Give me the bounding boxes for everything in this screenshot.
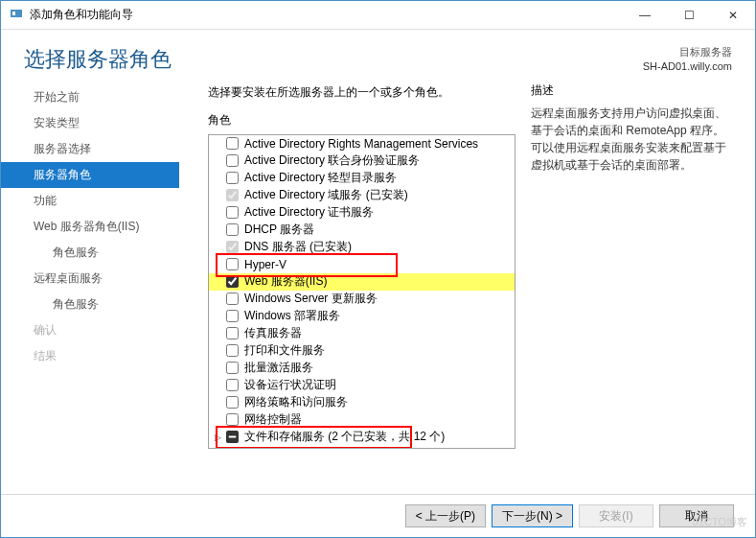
sidebar-item[interactable]: 远程桌面服务 [1, 266, 179, 292]
role-label: 批量激活服务 [244, 360, 313, 376]
svg-rect-1 [12, 12, 15, 15]
role-label: Web 服务器(IIS) [244, 273, 327, 290]
role-item[interactable]: ▷文件和存储服务 (2 个已安装，共 12 个) [209, 429, 515, 446]
role-label: 文件和存储服务 (2 个已安装，共 12 个) [244, 429, 445, 445]
role-label: 打印和文件服务 [244, 342, 325, 359]
role-checkbox[interactable] [226, 292, 239, 305]
previous-button[interactable]: < 上一步(P) [405, 504, 486, 527]
role-checkbox[interactable] [226, 362, 239, 374]
role-checkbox[interactable] [226, 431, 239, 443]
description-text: 远程桌面服务支持用户访问虚拟桌面、基于会话的桌面和 RemoteApp 程序。可… [531, 105, 732, 174]
role-checkbox[interactable] [226, 396, 239, 409]
role-label: 设备运行状况证明 [244, 377, 336, 393]
role-item[interactable]: Active Directory 联合身份验证服务 [209, 152, 515, 170]
roles-column: 选择要安装在所选服务器上的一个或多个角色。 角色 Active Director… [179, 82, 515, 494]
role-item[interactable]: 批量激活服务 [209, 360, 515, 377]
role-item[interactable]: DNS 服务器 (已安装) [209, 239, 515, 256]
role-item[interactable]: 远程访问 [209, 446, 515, 448]
role-label: 传真服务器 [244, 325, 302, 341]
close-button[interactable]: ✕ [711, 1, 755, 30]
role-item[interactable]: Windows 部署服务 [209, 308, 515, 325]
role-item[interactable]: Active Directory Rights Management Servi… [209, 135, 515, 152]
role-item[interactable]: Hyper-V [209, 256, 515, 273]
role-item[interactable]: 设备运行状况证明 [209, 377, 515, 394]
role-label: DNS 服务器 (已安装) [244, 239, 352, 255]
description-title: 描述 [531, 82, 732, 99]
roles-section-title: 角色 [208, 112, 515, 129]
role-item[interactable]: Windows Server 更新服务 [209, 291, 515, 308]
install-button: 安装(I) [579, 504, 653, 527]
minimize-button[interactable]: — [623, 1, 667, 30]
role-item[interactable]: 传真服务器 [209, 325, 515, 342]
intro-text: 选择要安装在所选服务器上的一个或多个角色。 [208, 84, 515, 101]
role-item[interactable]: Active Directory 证书服务 [209, 204, 515, 222]
description-column: 描述 远程桌面服务支持用户访问虚拟桌面、基于会话的桌面和 RemoteApp 程… [531, 82, 732, 494]
role-label: 远程访问 [244, 446, 290, 448]
expand-icon[interactable]: ▷ [213, 433, 222, 442]
role-checkbox[interactable] [226, 154, 239, 167]
wizard-header: 选择服务器角色 目标服务器 SH-AD01.willy.com [1, 30, 755, 82]
page-title: 选择服务器角色 [24, 45, 643, 74]
role-label: Hyper-V [244, 258, 286, 271]
next-button[interactable]: 下一步(N) > [492, 504, 573, 527]
maximize-button[interactable]: ☐ [667, 1, 711, 30]
role-label: Active Directory 域服务 (已安装) [244, 187, 408, 203]
target-server-host: SH-AD01.willy.com [643, 59, 732, 74]
target-server-info: 目标服务器 SH-AD01.willy.com [643, 45, 732, 75]
role-checkbox[interactable] [226, 223, 239, 236]
role-checkbox[interactable] [226, 413, 239, 426]
role-checkbox[interactable] [226, 172, 239, 184]
role-item[interactable]: Active Directory 域服务 (已安装) [209, 187, 515, 204]
wizard-window: 添加角色和功能向导 — ☐ ✕ 选择服务器角色 目标服务器 SH-AD01.wi… [0, 0, 756, 538]
role-checkbox[interactable] [226, 379, 239, 391]
window-controls: — ☐ ✕ [623, 1, 755, 30]
role-label: Active Directory 联合身份验证服务 [244, 152, 420, 169]
sidebar-item[interactable]: 服务器角色 [1, 162, 179, 188]
roles-listbox[interactable]: Active Directory Rights Management Servi… [208, 134, 515, 449]
sidebar-item: 结果 [1, 343, 179, 369]
title-bar: 添加角色和功能向导 — ☐ ✕ [1, 1, 755, 30]
role-item[interactable]: 打印和文件服务 [209, 342, 515, 360]
sidebar-item[interactable]: 安装类型 [1, 110, 179, 136]
sidebar-item[interactable]: 服务器选择 [1, 136, 179, 162]
role-checkbox[interactable] [226, 327, 239, 339]
role-item[interactable]: Web 服务器(IIS) [209, 273, 515, 291]
role-checkbox[interactable] [226, 344, 239, 357]
wizard-body: 开始之前安装类型服务器选择服务器角色功能Web 服务器角色(IIS)角色服务远程… [1, 82, 755, 494]
cancel-button[interactable]: 取消 [659, 504, 734, 527]
app-icon [9, 6, 24, 24]
sidebar-item[interactable]: 功能 [1, 188, 179, 214]
svg-rect-0 [11, 10, 22, 17]
role-checkbox[interactable] [226, 275, 239, 288]
role-label: Windows Server 更新服务 [244, 291, 378, 307]
wizard-footer: < 上一步(P) 下一步(N) > 安装(I) 取消 [1, 494, 755, 537]
sidebar-item[interactable]: 开始之前 [1, 84, 179, 110]
role-label: Windows 部署服务 [244, 308, 340, 324]
role-label: 网络策略和访问服务 [244, 394, 348, 410]
sidebar-item[interactable]: Web 服务器角色(IIS) [1, 214, 179, 240]
role-item[interactable]: 网络策略和访问服务 [209, 394, 515, 411]
wizard-sidebar: 开始之前安装类型服务器选择服务器角色功能Web 服务器角色(IIS)角色服务远程… [1, 82, 179, 494]
role-checkbox[interactable] [226, 241, 239, 253]
sidebar-item: 确认 [1, 317, 179, 343]
sidebar-item[interactable]: 角色服务 [1, 240, 179, 266]
role-label: Active Directory 证书服务 [244, 204, 374, 221]
role-item[interactable]: 网络控制器 [209, 411, 515, 429]
role-checkbox[interactable] [226, 310, 239, 322]
main-content: 选择要安装在所选服务器上的一个或多个角色。 角色 Active Director… [179, 82, 755, 494]
sidebar-item[interactable]: 角色服务 [1, 292, 179, 317]
role-label: DHCP 服务器 [244, 222, 314, 238]
role-checkbox[interactable] [226, 189, 239, 201]
role-item[interactable]: DHCP 服务器 [209, 222, 515, 239]
role-label: Active Directory 轻型目录服务 [244, 170, 397, 186]
role-label: Active Directory Rights Management Servi… [244, 137, 478, 151]
role-checkbox[interactable] [226, 206, 239, 219]
role-label: 网络控制器 [244, 411, 302, 428]
role-item[interactable]: Active Directory 轻型目录服务 [209, 170, 515, 187]
role-checkbox[interactable] [226, 258, 239, 270]
role-checkbox[interactable] [226, 137, 239, 150]
target-server-label: 目标服务器 [643, 45, 732, 59]
window-title: 添加角色和功能向导 [30, 7, 623, 23]
